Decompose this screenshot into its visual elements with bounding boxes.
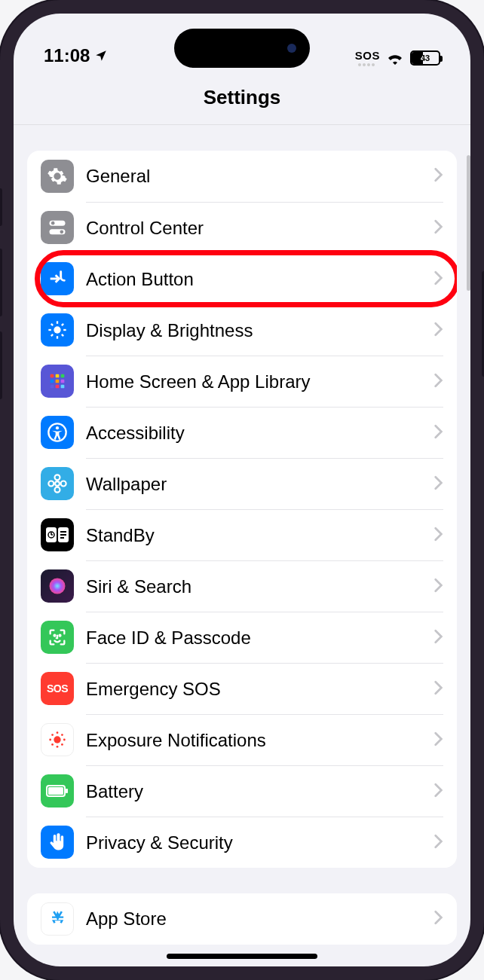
- settings-row-label: Wallpaper: [86, 474, 427, 495]
- svg-point-43: [49, 739, 51, 741]
- settings-row-siri-search[interactable]: Siri & Search: [27, 560, 457, 612]
- svg-rect-50: [48, 787, 63, 795]
- svg-rect-36: [60, 537, 64, 539]
- settings-row-label: Accessibility: [86, 423, 427, 444]
- svg-rect-14: [56, 374, 60, 378]
- svg-line-9: [51, 324, 53, 325]
- settings-row-battery[interactable]: Battery: [27, 765, 457, 817]
- svg-line-10: [62, 334, 63, 336]
- home-indicator[interactable]: [167, 954, 317, 959]
- switches-icon: [41, 211, 74, 244]
- svg-point-1: [51, 221, 55, 225]
- scroll-indicator[interactable]: [467, 155, 470, 291]
- settings-row-control-center[interactable]: Control Center: [27, 202, 457, 253]
- settings-row-label: Battery: [86, 781, 427, 802]
- svg-point-44: [63, 739, 66, 741]
- appstore-icon: [41, 902, 74, 936]
- faceid-icon: [41, 621, 74, 654]
- chevron-right-icon: [433, 731, 443, 750]
- settings-row-label: StandBy: [86, 525, 427, 546]
- location-icon: [94, 49, 108, 63]
- svg-rect-21: [61, 385, 65, 389]
- chevron-right-icon: [433, 372, 443, 392]
- svg-point-47: [51, 743, 54, 746]
- settings-row-accessibility[interactable]: Accessibility: [27, 407, 457, 458]
- chevron-right-icon: [433, 475, 443, 494]
- settings-row-label: Display & Brightness: [86, 320, 427, 341]
- svg-point-38: [54, 635, 56, 637]
- settings-row-emergency-sos[interactable]: SOSEmergency SOS: [27, 663, 457, 714]
- svg-rect-19: [51, 385, 54, 389]
- svg-rect-35: [60, 534, 66, 536]
- gear-icon: [41, 160, 74, 193]
- settings-row-label: Face ID & Passcode: [86, 627, 427, 649]
- svg-point-45: [51, 734, 54, 736]
- chevron-right-icon: [433, 218, 443, 238]
- svg-point-26: [55, 487, 60, 493]
- settings-row-app-store[interactable]: App Store: [27, 893, 457, 945]
- svg-point-48: [61, 734, 63, 736]
- chevron-right-icon: [433, 577, 443, 597]
- flower-icon: [41, 467, 74, 500]
- chevron-right-icon: [433, 628, 443, 648]
- svg-rect-34: [60, 531, 66, 533]
- battery-icon: 43: [410, 50, 440, 66]
- settings-row-display-brightness[interactable]: Display & Brightness: [27, 304, 457, 356]
- svg-point-37: [50, 579, 66, 594]
- settings-list[interactable]: GeneralControl CenterAction ButtonDispla…: [14, 125, 470, 966]
- svg-point-40: [54, 736, 60, 743]
- settings-row-label: Action Button: [86, 269, 427, 290]
- svg-rect-17: [56, 380, 60, 383]
- sun-icon: [41, 313, 74, 347]
- settings-row-label: Exposure Notifications: [86, 730, 427, 751]
- nav-title: Settings: [14, 72, 470, 125]
- settings-row-wallpaper[interactable]: Wallpaper: [27, 458, 457, 509]
- settings-row-label: Control Center: [86, 218, 427, 239]
- settings-row-exposure-notifications[interactable]: Exposure Notifications: [27, 714, 457, 765]
- volume-up-button: [0, 249, 2, 316]
- settings-row-label: App Store: [86, 908, 427, 930]
- battery-icon: [41, 774, 74, 808]
- settings-row-privacy-security[interactable]: Privacy & Security: [27, 817, 457, 868]
- chevron-right-icon: [433, 166, 443, 186]
- svg-point-39: [60, 635, 61, 637]
- svg-point-4: [54, 326, 60, 333]
- settings-row-label: Privacy & Security: [86, 832, 427, 853]
- screen: 11:08 SOS 43 Settings: [14, 14, 470, 966]
- status-time: 11:08: [44, 45, 90, 66]
- chevron-right-icon: [433, 321, 443, 340]
- svg-point-46: [61, 743, 63, 746]
- hand-icon: [41, 826, 74, 859]
- phone-frame: 11:08 SOS 43 Settings: [0, 0, 484, 980]
- chevron-right-icon: [433, 833, 443, 853]
- svg-point-28: [61, 481, 66, 487]
- svg-point-3: [60, 230, 64, 234]
- settings-row-label: Home Screen & App Library: [86, 371, 427, 392]
- svg-point-23: [56, 426, 59, 429]
- svg-point-25: [55, 475, 60, 480]
- side-button: [0, 188, 2, 226]
- settings-row-action-button[interactable]: Action Button: [27, 253, 457, 304]
- chevron-right-icon: [433, 526, 443, 545]
- dynamic-island: [174, 29, 310, 68]
- svg-rect-16: [51, 380, 54, 383]
- settings-row-home-screen[interactable]: Home Screen & App Library: [27, 356, 457, 407]
- svg-line-11: [51, 334, 53, 336]
- standby-icon: [41, 518, 74, 551]
- svg-rect-20: [56, 385, 60, 389]
- settings-row-faceid-passcode[interactable]: Face ID & Passcode: [27, 612, 457, 663]
- settings-row-label: Siri & Search: [86, 576, 427, 597]
- accessibility-icon: [41, 416, 74, 449]
- siri-icon: [41, 569, 74, 603]
- volume-down-button: [0, 331, 2, 399]
- settings-row-label: General: [86, 166, 427, 187]
- action-button-icon: [41, 262, 74, 295]
- chevron-right-icon: [433, 782, 443, 801]
- chevron-right-icon: [433, 423, 443, 443]
- svg-point-27: [48, 481, 54, 487]
- settings-row-general[interactable]: General: [27, 151, 457, 202]
- svg-rect-15: [61, 374, 65, 378]
- chevron-right-icon: [433, 909, 443, 929]
- settings-row-standby[interactable]: StandBy: [27, 509, 457, 560]
- svg-point-24: [55, 481, 60, 486]
